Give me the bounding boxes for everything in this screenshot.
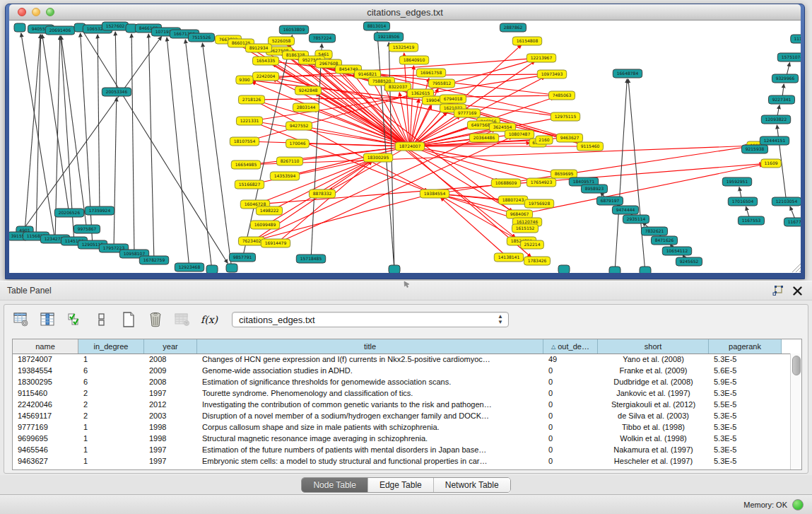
graph-node[interactable]: 12213967 (526, 54, 555, 62)
table-row[interactable]: 1456911722003Disruption of a novel membe… (13, 411, 801, 422)
graph-node[interactable]: 9242848 (295, 86, 321, 95)
column-header-name[interactable]: name (13, 339, 78, 354)
graph-node[interactable]: 12444151 (760, 136, 789, 145)
graph-edge[interactable] (414, 116, 460, 144)
graph-node[interactable]: 9427552 (286, 122, 312, 130)
tab-node-table[interactable]: Node Table (302, 478, 368, 492)
table-row[interactable]: 946554611997Estimation of the future num… (13, 445, 801, 456)
graph-node[interactable]: 20364486 (469, 134, 498, 142)
column-header-out_de[interactable]: △out_de… (543, 339, 598, 354)
graph-node[interactable]: 12975115 (551, 112, 579, 121)
graph-edge[interactable] (98, 35, 100, 207)
show-columns-icon[interactable] (40, 311, 57, 328)
graph-edge[interactable] (251, 146, 749, 165)
graph-edge[interactable] (202, 43, 231, 264)
graph-node[interactable]: 9215938 (741, 145, 767, 153)
graph-edge[interactable] (415, 147, 556, 173)
graph-node[interactable]: 8471626 (651, 236, 677, 245)
graph-edge[interactable] (739, 187, 741, 199)
graph-node[interactable]: 7832621 (641, 227, 667, 235)
graph-node[interactable]: 18724007 (395, 142, 424, 151)
column-header-short[interactable]: short (598, 339, 709, 354)
graph-node[interactable]: 19218506 (374, 33, 403, 41)
table-mode-icon[interactable] (13, 311, 30, 328)
graph-node[interactable]: 20691406 (45, 26, 74, 35)
graph-node[interactable]: 5226058 (268, 37, 294, 45)
memory-status-indicator[interactable] (792, 499, 804, 510)
graph-node[interactable]: 10654112 (662, 247, 691, 255)
column-header-in_degree[interactable]: in_degree (78, 339, 144, 354)
graph-edge[interactable] (415, 148, 499, 181)
column-header-title[interactable]: title (197, 339, 543, 354)
graph-node[interactable]: 17654923 (526, 178, 555, 187)
clear-selection-icon[interactable] (93, 311, 110, 328)
graph-node[interactable]: 1783426 (524, 257, 550, 265)
table-row[interactable]: 969969511998Structural magnetic resonanc… (13, 433, 801, 445)
graph-node[interactable]: 7857224 (309, 34, 335, 42)
graph-node[interactable]: 1498222 (256, 206, 282, 215)
graph-node[interactable]: 16961758 (416, 69, 445, 77)
graph-edge[interactable] (312, 93, 512, 211)
graph-edge[interactable] (615, 79, 627, 267)
graph-node[interactable]: 9329966 (772, 74, 798, 83)
graph-node[interactable]: 17016504 (728, 197, 757, 206)
graph-node[interactable]: 7515526 (188, 33, 214, 42)
zoom-window-button[interactable] (46, 8, 54, 16)
float-panel-icon[interactable] (772, 286, 783, 296)
graph-node[interactable]: 15166827 (235, 180, 264, 189)
graph-node[interactable]: 2887862 (500, 23, 526, 32)
graph-node[interactable]: 2160 (536, 136, 553, 144)
create-column-icon[interactable] (120, 311, 137, 328)
graph-node[interactable]: 9390 (236, 76, 253, 84)
graph-edge[interactable] (114, 98, 117, 245)
graph-node[interactable]: 11173 (791, 35, 801, 43)
graph-node[interactable]: 170046 (286, 139, 310, 148)
graph-node[interactable]: 20206526 (54, 209, 83, 217)
graph-node[interactable]: 16648784 (613, 69, 642, 78)
graph-node[interactable]: 1167753 (784, 218, 801, 226)
table-row[interactable]: 2242004622012Investigating the contribut… (13, 399, 801, 411)
graph-edge[interactable] (131, 34, 134, 250)
graph-node[interactable]: 9684067 (506, 210, 532, 218)
graph-node[interactable]: 2242004 (252, 72, 278, 81)
column-header-year[interactable]: year (144, 339, 197, 354)
graph-node[interactable]: 9975867 (73, 225, 100, 233)
column-header-pagerank[interactable]: pagerank (709, 339, 782, 354)
graph-node[interactable]: 11609 (761, 159, 782, 168)
graph-edge[interactable] (36, 35, 41, 233)
graph-node[interactable]: 8878332 (309, 189, 335, 198)
graph-node[interactable]: 9474444 (612, 206, 638, 214)
graph-node[interactable]: 8659695 (551, 170, 577, 178)
graph-node[interactable]: 20053346 (102, 88, 131, 96)
graph-node[interactable]: 9777169 (454, 109, 480, 117)
graph-node[interactable]: 1654335 (252, 57, 278, 65)
graph-node[interactable]: 8267110 (276, 157, 302, 165)
graph-node[interactable]: 15751074 (777, 53, 801, 62)
graph-edge[interactable] (782, 84, 784, 96)
graph-node[interactable] (640, 267, 651, 273)
graph-node[interactable]: 14353594 (270, 172, 299, 180)
close-panel-icon[interactable] (793, 286, 802, 296)
graph-edge[interactable] (167, 37, 189, 264)
graph-node[interactable]: 19756928 (524, 199, 553, 208)
graph-node[interactable]: 7485063 (548, 91, 575, 100)
graph-edge[interactable] (305, 144, 405, 146)
graph-node[interactable]: 9857791 (229, 253, 255, 262)
graph-node[interactable] (558, 265, 570, 273)
graph-edge[interactable] (115, 32, 117, 88)
table-selector-combobox[interactable]: citations_edges.txt ▲▼ (232, 312, 509, 327)
graph-node[interactable]: 15718485 (296, 255, 325, 263)
graph-node[interactable] (609, 267, 620, 273)
graph-edge[interactable] (790, 206, 795, 218)
table-row[interactable]: 1872400712008Changes of HCN gene express… (13, 354, 801, 366)
graph-node[interactable]: 7955812 (428, 79, 454, 88)
table-row[interactable]: 946362711997Embryonic stem cells: a mode… (13, 456, 801, 467)
graph-node[interactable]: 18107554 (230, 137, 259, 146)
graph-node[interactable]: 1527602 (102, 22, 128, 30)
graph-node[interactable]: 1221331 (236, 117, 262, 125)
graph-node[interactable]: 18807243 (498, 196, 527, 204)
table-row[interactable]: 911546021997Tourette syndrome. Phenomeno… (13, 388, 801, 399)
graph-node[interactable]: 6794018 (440, 95, 466, 103)
graph-node[interactable] (14, 23, 25, 32)
graph-node[interactable]: 1167553 (738, 216, 764, 225)
